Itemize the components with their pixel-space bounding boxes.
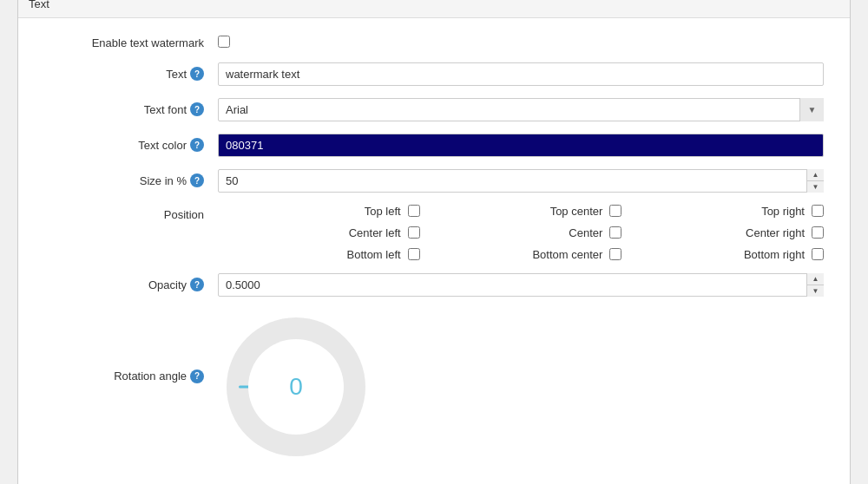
bottom-left-label: Bottom left — [347, 248, 401, 261]
text-font-control: Arial Times New Roman Verdana Courier Ne… — [218, 98, 824, 121]
text-font-select[interactable]: Arial Times New Roman Verdana Courier Ne… — [218, 98, 824, 121]
position-bottom-center-cell: Bottom center — [420, 248, 622, 261]
position-center-cell: Center — [420, 226, 622, 239]
enable-watermark-label: Enable text watermark — [44, 36, 218, 49]
opacity-increment-button[interactable]: ▲ — [807, 273, 824, 285]
dial-outer[interactable]: 0 — [227, 317, 365, 456]
position-label: Position — [44, 205, 218, 221]
rotation-value: 0 — [289, 373, 303, 401]
size-label: Size in % ? — [44, 173, 218, 187]
text-help-icon[interactable]: ? — [190, 67, 204, 81]
size-increment-button[interactable]: ▲ — [807, 169, 824, 181]
position-bottom-left-cell: Bottom left — [218, 248, 420, 261]
center-left-checkbox[interactable] — [408, 226, 420, 239]
top-left-label: Top left — [365, 205, 401, 218]
opacity-label: Opacity ? — [44, 278, 218, 291]
size-input[interactable] — [218, 169, 824, 193]
position-row: Position Top left Top center Top right — [44, 205, 824, 261]
center-right-checkbox[interactable] — [812, 226, 824, 239]
bottom-left-checkbox[interactable] — [408, 248, 420, 260]
size-decrement-button[interactable]: ▼ — [807, 181, 824, 193]
position-center-right-cell: Center right — [621, 226, 824, 239]
position-bottom-right-cell: Bottom right — [621, 248, 824, 261]
enable-watermark-row: Enable text watermark — [44, 36, 824, 50]
top-center-label: Top center — [550, 205, 603, 218]
rotation-row: Rotation angle ? 0 — [44, 309, 824, 465]
position-control: Top left Top center Top right Center lef… — [218, 205, 824, 261]
text-input[interactable] — [218, 62, 824, 86]
text-font-help-icon[interactable]: ? — [190, 102, 204, 116]
rotation-label: Rotation angle ? — [44, 309, 218, 383]
text-font-row: Text font ? Arial Times New Roman Verdan… — [44, 98, 824, 121]
position-grid: Top left Top center Top right Center lef… — [218, 205, 824, 261]
bottom-right-checkbox[interactable] — [812, 248, 824, 260]
enable-watermark-checkbox[interactable] — [218, 36, 230, 48]
top-left-checkbox[interactable] — [408, 205, 420, 217]
opacity-input[interactable] — [218, 273, 824, 297]
position-top-center-cell: Top center — [420, 205, 622, 218]
text-font-select-wrapper: Arial Times New Roman Verdana Courier Ne… — [218, 98, 824, 121]
rotation-help-icon[interactable]: ? — [190, 370, 204, 383]
size-spinner-buttons: ▲ ▼ — [806, 169, 824, 193]
bottom-right-label: Bottom right — [744, 248, 805, 261]
panel-body: Enable text watermark Text ? Text font ? — [18, 18, 850, 485]
rotation-control: 0 — [218, 309, 824, 465]
text-color-help-icon[interactable]: ? — [190, 138, 204, 152]
size-help-icon[interactable]: ? — [190, 173, 204, 187]
text-row: Text ? — [44, 62, 824, 86]
center-label: Center — [569, 226, 602, 239]
center-left-label: Center left — [349, 226, 401, 239]
enable-watermark-control — [218, 36, 824, 50]
position-center-left-cell: Center left — [218, 226, 420, 239]
text-control — [218, 62, 824, 86]
opacity-help-icon[interactable]: ? — [190, 278, 204, 291]
position-top-left-cell: Top left — [218, 205, 420, 218]
bottom-center-label: Bottom center — [532, 248, 602, 261]
center-checkbox[interactable] — [609, 226, 621, 239]
opacity-control: ▲ ▼ — [218, 273, 824, 297]
dial-inner: 0 — [248, 339, 344, 435]
position-top-right-cell: Top right — [621, 205, 824, 218]
size-control: ▲ ▼ — [218, 169, 824, 193]
text-color-display[interactable]: 080371 — [218, 134, 824, 157]
center-right-label: Center right — [746, 226, 805, 239]
size-row: Size in % ? ▲ ▼ — [44, 169, 824, 193]
text-color-row: Text color ? 080371 — [44, 134, 824, 157]
panel-title: Text — [18, 0, 850, 18]
top-right-label: Top right — [761, 205, 805, 218]
text-color-control: 080371 — [218, 134, 824, 157]
text-font-label: Text font ? — [44, 102, 218, 116]
rotation-dial-container: 0 — [218, 309, 374, 465]
opacity-decrement-button[interactable]: ▼ — [807, 285, 824, 297]
opacity-spinner-buttons: ▲ ▼ — [806, 273, 824, 297]
top-center-checkbox[interactable] — [609, 205, 621, 217]
text-color-label: Text color ? — [44, 138, 218, 152]
bottom-center-checkbox[interactable] — [609, 248, 621, 260]
opacity-row: Opacity ? ▲ ▼ — [44, 273, 824, 297]
size-spinner-wrapper: ▲ ▼ — [218, 169, 824, 193]
text-label: Text ? — [44, 67, 218, 81]
opacity-spinner-wrapper: ▲ ▼ — [218, 273, 824, 297]
text-watermark-panel: Text Enable text watermark Text ? Text — [17, 0, 851, 484]
top-right-checkbox[interactable] — [812, 205, 824, 217]
